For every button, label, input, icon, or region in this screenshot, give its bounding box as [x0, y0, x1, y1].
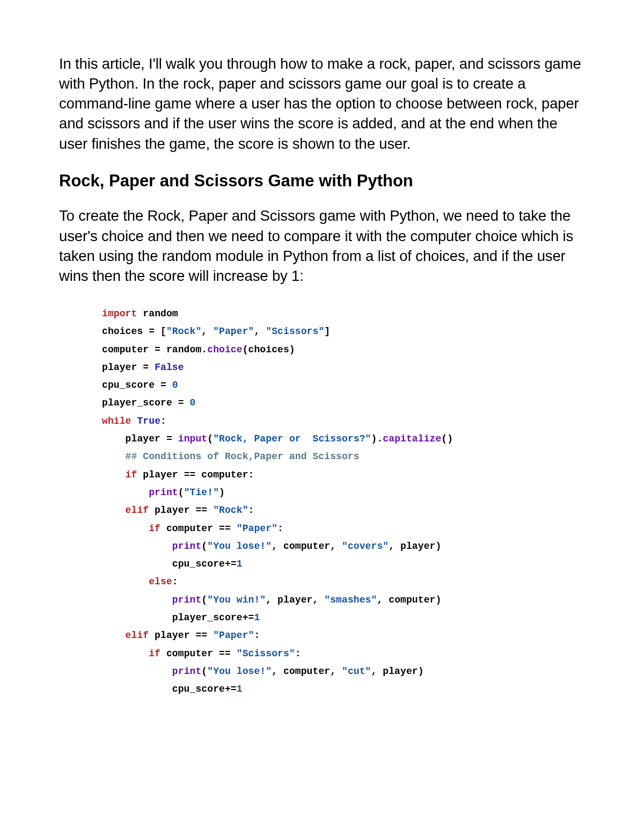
- code-text: ).: [371, 433, 383, 444]
- code-text: computer ==: [160, 523, 237, 534]
- code-text: ]: [324, 326, 330, 337]
- code-text: , player,: [266, 594, 324, 605]
- section-heading: Rock, Paper and Scissors Game with Pytho…: [59, 170, 585, 192]
- code-text: :: [172, 576, 178, 587]
- code-string: "Tie!": [184, 487, 219, 498]
- code-text: :: [160, 416, 166, 426]
- code-string: "smashes": [324, 594, 377, 605]
- code-text: [102, 594, 172, 605]
- code-text: random: [137, 308, 178, 319]
- code-text: [102, 487, 149, 498]
- code-number: 1: [237, 684, 243, 694]
- code-text: computer = random.: [102, 344, 207, 355]
- code-text: cpu_score =: [102, 380, 172, 390]
- code-text: (: [201, 666, 207, 677]
- intro-paragraph: In this article, I'll walk you through h…: [59, 54, 585, 154]
- code-keyword: if: [102, 469, 137, 480]
- code-function: capitalize: [383, 433, 441, 444]
- code-text: ,: [201, 326, 213, 337]
- code-text: [102, 541, 172, 552]
- code-number: 0: [172, 380, 178, 390]
- code-text: (: [201, 541, 207, 552]
- code-text: :: [295, 648, 301, 659]
- code-text: player ==: [149, 505, 213, 516]
- code-text: :: [277, 523, 283, 534]
- code-function: print: [149, 487, 178, 498]
- code-text: , computer,: [272, 541, 342, 552]
- code-text: , player): [371, 666, 424, 677]
- code-text: player ==: [149, 630, 213, 641]
- code-text: player_score =: [102, 397, 190, 408]
- code-text: (: [178, 487, 184, 498]
- code-comment: ## Conditions of Rock,Paper and Scissors: [102, 451, 360, 462]
- code-keyword: while: [102, 416, 131, 426]
- code-bool: True: [137, 416, 160, 426]
- code-keyword: if: [102, 648, 160, 659]
- code-function: choice: [207, 344, 242, 355]
- code-bool: False: [155, 362, 184, 373]
- code-block: import random choices = ["Rock", "Paper"…: [102, 305, 585, 699]
- code-string: "covers": [342, 541, 389, 552]
- code-text: (): [441, 433, 453, 444]
- second-paragraph: To create the Rock, Paper and Scissors g…: [59, 206, 585, 286]
- code-function: print: [172, 666, 202, 677]
- code-text: (: [207, 433, 213, 444]
- code-text: player == computer:: [137, 469, 254, 480]
- code-text: [102, 666, 172, 677]
- code-keyword: import: [102, 308, 137, 319]
- code-number: 1: [237, 559, 243, 569]
- code-text: :: [248, 505, 254, 516]
- code-function: print: [172, 594, 202, 605]
- code-number: 1: [254, 612, 260, 623]
- code-keyword: elif: [102, 505, 149, 516]
- code-string: "Scissors": [266, 326, 324, 337]
- code-text: choices = [: [102, 326, 166, 337]
- code-string: "Paper": [237, 523, 277, 534]
- code-function: print: [172, 541, 202, 552]
- code-string: "You lose!": [207, 541, 272, 552]
- code-string: "Rock": [166, 326, 201, 337]
- code-keyword: else: [102, 576, 172, 587]
- code-text: player =: [102, 362, 155, 373]
- code-string: "Scissors": [237, 648, 295, 659]
- code-string: "Rock, Paper or Scissors?": [213, 433, 371, 444]
- code-keyword: if: [102, 523, 160, 534]
- code-text: computer ==: [160, 648, 237, 659]
- code-string: "Paper": [213, 326, 254, 337]
- code-function: input: [178, 433, 208, 444]
- code-text: :: [254, 630, 260, 641]
- code-text: cpu_score+=: [102, 559, 237, 569]
- code-text: player_score+=: [102, 612, 254, 623]
- code-text: (: [201, 594, 207, 605]
- code-text: [131, 416, 137, 426]
- code-string: "You lose!": [207, 666, 272, 677]
- code-text: , player): [389, 541, 441, 552]
- code-text: , computer,: [272, 666, 342, 677]
- code-keyword: elif: [102, 630, 149, 641]
- code-text: cpu_score+=: [102, 684, 237, 694]
- code-text: , computer): [377, 594, 441, 605]
- code-text: (choices): [243, 344, 295, 355]
- code-number: 0: [190, 397, 196, 408]
- code-text: player =: [102, 433, 178, 444]
- code-text: ): [219, 487, 225, 498]
- code-text: ,: [254, 326, 266, 337]
- code-string: "cut": [342, 666, 371, 677]
- code-string: "Rock": [213, 505, 248, 516]
- code-string: "You win!": [207, 594, 266, 605]
- code-string: "Paper": [213, 630, 254, 641]
